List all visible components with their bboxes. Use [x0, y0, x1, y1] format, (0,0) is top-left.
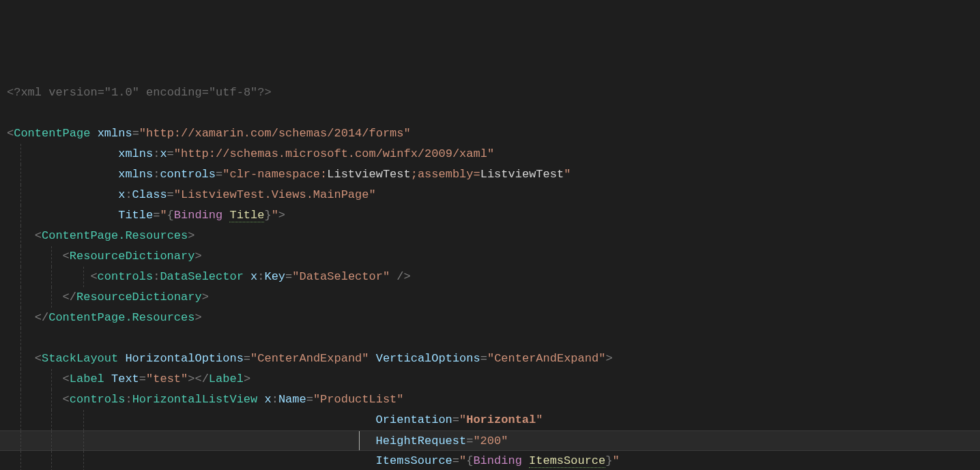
token: ListviewTest — [480, 168, 564, 181]
code-line[interactable]: ItemsSource="{Binding ItemsSource}" — [0, 451, 980, 470]
token: ItemsSource — [529, 454, 605, 468]
line-content[interactable]: <controls:HorizontalListView x:Name="Pro… — [7, 390, 404, 410]
code-line[interactable]: <ContentPage xmlns="http://xamarin.com/s… — [0, 123, 980, 144]
code-editor[interactable]: <?xml version="1.0" encoding="utf-8"?><C… — [0, 83, 980, 470]
indent-guide — [51, 369, 52, 390]
token: x — [160, 147, 167, 160]
code-line[interactable]: <controls:HorizontalListView x:Name="Pro… — [0, 390, 980, 410]
token: Title — [118, 209, 153, 222]
code-line[interactable]: </ResourceDictionary> — [0, 287, 980, 308]
indent-guide — [20, 185, 21, 205]
token: > — [278, 209, 285, 222]
indent-guide — [51, 451, 52, 470]
token: "1.0" — [104, 86, 139, 99]
token: xmlns — [118, 147, 153, 160]
code-line[interactable]: Orientation="Horizontal" — [0, 410, 980, 430]
code-line[interactable]: Title="{Binding Title}"> — [0, 205, 980, 226]
line-content[interactable]: ItemsSource="{Binding ItemsSource}" — [7, 451, 620, 470]
gutter — [0, 185, 7, 205]
line-content[interactable]: xmlns:controls="clr-namespace:ListviewTe… — [7, 164, 571, 185]
token: = — [98, 86, 104, 99]
line-content[interactable]: xmlns:x="http://schemas.microsoft.com/wi… — [7, 144, 494, 164]
token: " — [160, 209, 167, 222]
token: "200" — [473, 435, 508, 447]
line-content[interactable]: <ContentPage.Resources> — [7, 226, 194, 246]
token: Label — [70, 372, 104, 385]
indent-guide — [20, 369, 21, 390]
line-content[interactable]: </ContentPage.Resources> — [7, 308, 202, 328]
indent-guide — [51, 267, 52, 287]
line-content[interactable]: Orientation="Horizontal" — [7, 410, 543, 430]
token — [222, 209, 229, 222]
indent-guide — [20, 390, 21, 410]
token: : — [257, 270, 264, 283]
line-content[interactable]: Title="{Binding Title}"> — [7, 205, 285, 226]
line-content[interactable]: <Label Text="test"></Label> — [7, 369, 250, 390]
line-content[interactable]: x:Class="ListviewTest.Views.MainPage" — [7, 185, 376, 205]
token: : — [125, 188, 132, 201]
code-line[interactable]: <ResourceDictionary> — [0, 246, 980, 267]
token: ItemsSource — [376, 454, 452, 467]
token: "CenterAndExpand" — [250, 352, 369, 365]
token: "clr-namespace: — [222, 168, 327, 181]
token: > — [244, 372, 250, 385]
token: Label — [209, 372, 244, 385]
token: = — [244, 352, 250, 365]
token: StackLayout — [42, 352, 118, 365]
token: HeightRequest — [376, 435, 467, 447]
line-content[interactable]: <ResourceDictionary> — [7, 246, 202, 267]
code-line[interactable]: </ContentPage.Resources> — [0, 308, 980, 328]
code-line[interactable]: xmlns:x="http://schemas.microsoft.com/wi… — [0, 144, 980, 164]
code-line[interactable]: <Label Text="test"></Label> — [0, 369, 980, 390]
indent-guide — [83, 451, 84, 470]
token: "utf-8" — [209, 86, 257, 99]
token: controls — [98, 270, 154, 283]
line-content[interactable]: <?xml version="1.0" encoding="utf-8"?> — [7, 83, 272, 103]
token: xmlns — [118, 168, 153, 181]
line-content[interactable]: <StackLayout HorizontalOptions="CenterAn… — [7, 349, 613, 369]
code-line[interactable]: x:Class="ListviewTest.Views.MainPage" — [0, 185, 980, 205]
token: ResourceDictionary — [76, 291, 202, 304]
token: = — [153, 209, 160, 222]
token: < — [35, 352, 42, 365]
gutter — [0, 226, 7, 246]
token: = — [285, 270, 292, 283]
code-line[interactable]: xmlns:controls="clr-namespace:ListviewTe… — [0, 164, 980, 185]
token — [90, 127, 97, 140]
indent-guide — [83, 267, 84, 287]
token: ContentPage — [14, 127, 90, 140]
line-content[interactable]: </ResourceDictionary> — [7, 287, 209, 308]
token: = — [452, 454, 459, 467]
gutter — [0, 410, 7, 430]
token: { — [167, 209, 174, 222]
token: " — [459, 413, 466, 426]
token: "test" — [146, 372, 188, 385]
indent-guide — [20, 287, 21, 308]
code-line[interactable]: <StackLayout HorizontalOptions="CenterAn… — [0, 349, 980, 369]
token: Title — [229, 209, 264, 222]
token: Key — [264, 270, 285, 283]
line-content[interactable]: HeightRequest="200" — [7, 431, 508, 450]
token: } — [605, 454, 612, 467]
token: = — [167, 188, 174, 201]
token: > — [202, 291, 209, 304]
token: = — [202, 86, 209, 99]
token: "http://xamarin.com/schemas/2014/forms" — [139, 127, 411, 140]
code-line[interactable] — [0, 328, 980, 349]
gutter — [0, 349, 7, 369]
code-line[interactable]: <controls:DataSelector x:Key="DataSelect… — [0, 267, 980, 287]
gutter — [0, 390, 7, 410]
gutter — [0, 328, 7, 349]
line-content[interactable]: <controls:DataSelector x:Key="DataSelect… — [7, 267, 411, 287]
indent-guide — [20, 164, 21, 185]
indent-guide — [20, 246, 21, 267]
indent-guide — [51, 410, 52, 430]
code-line[interactable]: HeightRequest="200" — [0, 430, 980, 451]
code-line[interactable]: <?xml version="1.0" encoding="utf-8"?> — [0, 83, 980, 103]
token: : — [153, 168, 160, 181]
token: DataSelector — [160, 270, 243, 283]
code-line[interactable] — [0, 103, 980, 123]
code-line[interactable]: <ContentPage.Resources> — [0, 226, 980, 246]
line-content[interactable]: <ContentPage xmlns="http://xamarin.com/s… — [7, 123, 411, 144]
token: xml version — [20, 86, 97, 99]
